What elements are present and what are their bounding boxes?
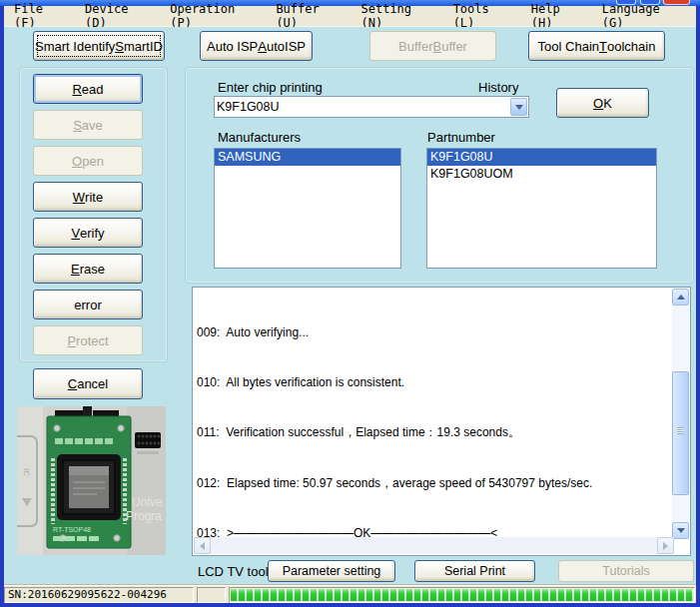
read-button[interactable]: Read (33, 74, 143, 104)
tab-tool-chain[interactable]: Tool Chain Toolchain (528, 31, 665, 61)
error-button[interactable]: error (33, 290, 143, 319)
chip-combobox (214, 96, 529, 118)
horizontal-scrollbar (194, 537, 674, 554)
programmer-photo: IC RT-TSOP48 (17, 406, 166, 555)
list-item[interactable]: SAMSUNG (215, 149, 400, 166)
log-lines: 009: Auto verifying... 010: All bytes ve… (197, 291, 654, 539)
log-line: 009: Auto verifying... (197, 324, 654, 341)
arrow-up-icon (677, 295, 685, 300)
combo-dropdown-button[interactable] (510, 98, 527, 116)
manufacturers-listbox[interactable]: SAMSUNG (214, 148, 401, 269)
erase-button[interactable]: Erase (33, 254, 143, 284)
status-bar: SN:20160629095622-004296 (4, 584, 696, 603)
menu-bar: File (F) Device (D) Operation (P) Buffer… (4, 6, 696, 27)
list-item[interactable]: K9F1G08UOM (427, 166, 656, 183)
tab-auto-isp[interactable]: Auto ISP AutoISP (200, 31, 313, 61)
scroll-up-button[interactable] (672, 289, 689, 305)
open-button: Open (33, 146, 143, 176)
list-item[interactable]: K9F1G08U (427, 149, 656, 166)
enter-chip-label: Enter chip printing (218, 80, 323, 95)
log-line: 011: Verification successful，Elapsed tim… (197, 424, 654, 441)
scrollbar-thumb[interactable] (672, 371, 689, 495)
chevron-down-icon (515, 105, 523, 110)
manufacturers-label: Manufacturers (218, 130, 301, 145)
write-button[interactable]: Write (33, 182, 143, 212)
progress-bar (229, 587, 695, 603)
chip-input[interactable] (217, 98, 508, 116)
save-button: Save (33, 110, 143, 140)
progress-fill (231, 589, 693, 601)
tab-buffer: Buffer Buffer (369, 31, 496, 61)
photo-caption-2: Progra (126, 509, 162, 523)
arrow-right-icon (663, 542, 668, 550)
serial-number-text: SN:20160629095622-004296 (4, 587, 194, 603)
svg-text:IC: IC (22, 468, 31, 476)
log-line: 010: All bytes verification is consisten… (197, 374, 654, 391)
arrow-left-icon (200, 542, 205, 550)
status-spacer-panel (197, 587, 226, 603)
partnumber-listbox[interactable]: K9F1G08U K9F1G08UOM (426, 148, 657, 269)
app-window: File (F) Device (D) Operation (P) Buffer… (0, 0, 700, 607)
verify-button[interactable]: Verify (33, 218, 143, 248)
scroll-right-button (657, 537, 674, 554)
log-output[interactable]: 009: Auto verifying... 010: All bytes ve… (192, 287, 691, 556)
partnumber-label: Partnumber (427, 130, 495, 145)
serial-print-button[interactable]: Serial Print (414, 560, 535, 582)
vertical-scrollbar[interactable] (672, 289, 689, 539)
tutorials-button: Tutorials (558, 560, 694, 582)
cancel-button[interactable]: Cancel (33, 368, 143, 399)
log-line: 012: Elapsed time: 50.97 seconds，average… (197, 475, 654, 492)
ok-button[interactable]: OK (556, 88, 649, 118)
photo-caption-1: Unive (132, 495, 163, 509)
arrow-down-icon (677, 528, 685, 533)
lcd-tv-tool-label: LCD TV tool (198, 564, 269, 579)
tab-smart-identify[interactable]: Smart Identify SmartID (33, 31, 165, 61)
scroll-left-button (194, 537, 211, 554)
protect-button: Protect (33, 325, 143, 355)
pcb-label: RT-TSOP48 (53, 526, 91, 533)
history-label: History (478, 80, 518, 95)
parameter-setting-button[interactable]: Parameter setting (268, 560, 395, 582)
scroll-down-button[interactable] (672, 522, 689, 539)
